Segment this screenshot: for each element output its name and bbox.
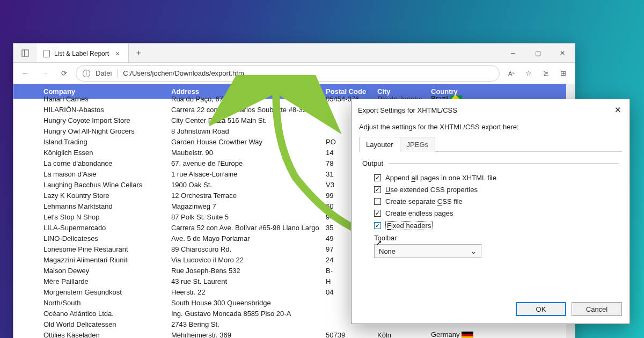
toolbar-select[interactable]: None ⌄ xyxy=(374,244,481,258)
text-size-icon[interactable]: A» xyxy=(504,66,519,81)
checkbox-fixed[interactable]: Fixed headers xyxy=(374,221,619,230)
tab-layouter[interactable]: Layouter xyxy=(359,137,400,152)
close-window-button[interactable]: ✕ xyxy=(550,43,575,62)
separator xyxy=(389,163,619,164)
browser-titlebar: List & Label Report × + ─ ▢ ✕ xyxy=(13,43,575,63)
file-icon xyxy=(43,50,50,57)
cancel-button[interactable]: Cancel xyxy=(572,302,622,316)
chevron-down-icon: ⌄ xyxy=(471,247,477,255)
close-tab-icon[interactable]: × xyxy=(113,49,122,58)
cursor-icon: ↖ xyxy=(376,238,382,247)
toolbar-select-label: Toolbar: xyxy=(374,234,619,242)
tab-actions-button[interactable] xyxy=(13,43,37,62)
checkbox-icon xyxy=(374,198,381,205)
browser-toolbar: ← → ⟳ i Datei C:/Users/jochen/Downloads/… xyxy=(13,63,575,84)
refresh-button[interactable]: ⟳ xyxy=(56,66,71,81)
tab-jpegs[interactable]: JPEGs xyxy=(400,137,435,152)
window-controls: ─ ▢ ✕ xyxy=(501,43,575,62)
checkbox-label: Fixed headers xyxy=(385,221,433,230)
address-bar[interactable]: i Datei C:/Users/jochen/Downloads/export… xyxy=(76,65,500,82)
favorites-bar-icon[interactable]: ≿ xyxy=(538,66,553,81)
minimize-button[interactable]: ─ xyxy=(501,43,525,62)
back-button[interactable]: ← xyxy=(18,66,33,81)
checkbox-label: Append all pages in one XHTML file xyxy=(385,174,496,182)
address-path: C:/Users/jochen/Downloads/export.htm xyxy=(123,69,244,77)
checkbox-icon xyxy=(374,186,381,193)
toolbar-select-value: None xyxy=(379,247,396,255)
svg-rect-0 xyxy=(22,50,25,56)
checkbox-separate[interactable]: Create separate CSS file xyxy=(374,197,619,205)
checkbox-icon xyxy=(374,174,381,181)
checkbox-icon xyxy=(374,210,381,217)
table-row: Ottilies KäseladenMehrheimerstr. 3695073… xyxy=(43,329,575,338)
checkbox-endless[interactable]: Create endless pages xyxy=(374,209,619,217)
dialog-subtitle: Adjust the settings for the XHTML/CSS ex… xyxy=(359,123,622,131)
tab-title: List & Label Report xyxy=(54,50,109,57)
checkbox-label: Create endless pages xyxy=(385,209,453,217)
dialog-close-button[interactable]: ✕ xyxy=(610,104,625,116)
favorite-icon[interactable]: ☆ xyxy=(521,66,536,81)
maximize-button[interactable]: ▢ xyxy=(525,43,550,62)
svg-rect-1 xyxy=(25,50,28,56)
ok-button[interactable]: OK xyxy=(516,302,566,316)
forward-button[interactable]: → xyxy=(37,66,52,81)
address-prefix: Datei xyxy=(96,69,112,77)
checkbox-icon xyxy=(374,222,381,229)
checkbox-label: Use extended CSS properties xyxy=(385,186,478,194)
dialog-titlebar: Export Settings for XHTML/CSS ✕ xyxy=(352,99,630,121)
export-settings-dialog: Export Settings for XHTML/CSS ✕ Adjust t… xyxy=(351,99,630,324)
browser-tab-active[interactable]: List & Label Report × xyxy=(37,43,129,62)
dialog-tabs: Layouter JPEGs xyxy=(359,136,622,152)
new-tab-button[interactable]: + xyxy=(129,43,148,62)
dialog-title: Export Settings for XHTML/CSS xyxy=(358,106,457,114)
output-section-label: Output xyxy=(362,159,383,167)
checkbox-extended[interactable]: Use extended CSS properties xyxy=(374,186,619,194)
checkbox-append[interactable]: Append all pages in one XHTML file xyxy=(374,174,619,182)
info-icon[interactable]: i xyxy=(83,70,90,77)
separator xyxy=(117,69,118,78)
checkbox-label: Create separate CSS file xyxy=(385,197,463,205)
collections-icon[interactable]: ⊞ xyxy=(555,66,570,81)
